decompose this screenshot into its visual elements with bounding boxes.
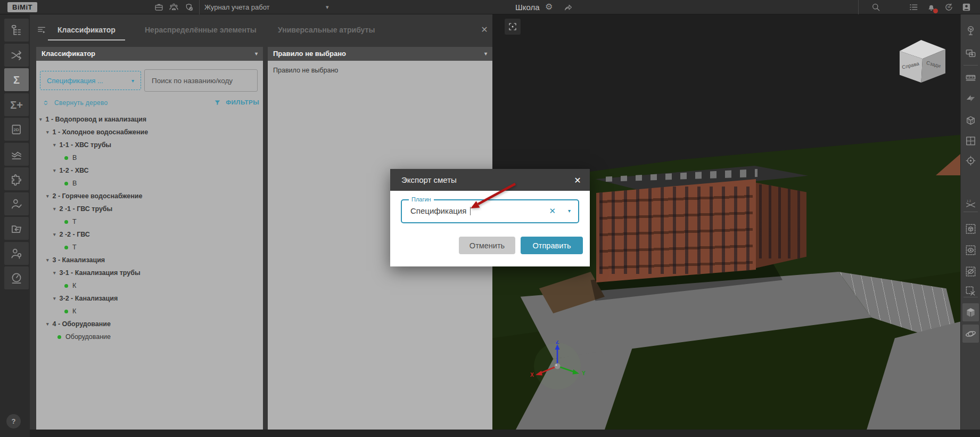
topbar-divider [199, 0, 200, 14]
tree-item-label: К [72, 282, 76, 289]
tree-item-label: 3-1 - Канализация трубы [60, 269, 141, 277]
tree-item[interactable]: ▾3-1 - Канализация трубы [36, 266, 263, 279]
tree-expand-caret-icon[interactable]: ▾ [53, 232, 56, 237]
leaf-dot-icon [64, 310, 68, 313]
search-icon[interactable] [871, 2, 881, 12]
collapse-tree-icon[interactable] [42, 99, 50, 107]
tree-expand-caret-icon[interactable]: ▾ [46, 130, 49, 135]
import-model-button[interactable] [4, 217, 29, 240]
shield-history-icon[interactable] [184, 2, 194, 12]
project-name: Школа [515, 0, 540, 14]
link-elements-button[interactable] [4, 44, 29, 67]
tree-item[interactable]: ▾2 -2 - ГВС [36, 228, 263, 241]
show-element-button[interactable] [962, 241, 979, 259]
tree-expand-caret-icon[interactable]: ▾ [53, 142, 56, 148]
focus-model-button[interactable] [505, 19, 521, 35]
bimit-logo[interactable]: BiMiT [7, 2, 37, 12]
site-structure-button[interactable] [962, 21, 979, 39]
model-structure-button[interactable] [4, 19, 29, 42]
view-2d-button[interactable]: 2D [4, 118, 29, 141]
axis-gizmo: Z X Y [525, 341, 589, 391]
tree-item[interactable]: ▾1-1 - ХВС трубы [36, 139, 263, 151]
collapse-tree-link[interactable]: Свернуть дерево [54, 99, 108, 107]
tree-item[interactable]: ▾4 - Оборудование [36, 318, 263, 330]
hide-element-button[interactable] [962, 262, 979, 280]
tree-item[interactable]: ▾3 - Канализация [36, 254, 263, 266]
tree-item[interactable]: ▾2 -1 - ГВС трубы [36, 203, 263, 215]
locate-button[interactable] [962, 151, 979, 169]
navigation-cube[interactable]: Справа Сзади [900, 40, 945, 83]
estimates-button[interactable]: Σ [4, 68, 29, 91]
tree-item-label: К [72, 307, 76, 315]
bottom-strip [30, 430, 980, 437]
tree-panel-caret-icon[interactable] [255, 47, 258, 61]
user-location-button[interactable] [4, 242, 29, 265]
tree-item[interactable]: Оборудование [36, 330, 263, 343]
tab-1[interactable]: Классификатор [57, 14, 116, 45]
dialog-title: Экспорт сметы [401, 175, 457, 184]
rule-panel-caret-icon[interactable] [484, 47, 487, 61]
briefcase-icon[interactable] [154, 2, 164, 12]
responsible-check-button[interactable] [4, 192, 29, 215]
isolate-element-button[interactable] [962, 220, 979, 238]
panel-toggle-icon[interactable] [36, 25, 47, 35]
tree-item[interactable]: В [36, 177, 263, 190]
floor-plan-button[interactable] [962, 132, 979, 150]
notifications-bell-icon[interactable] [926, 2, 936, 12]
section-flip-button[interactable] [962, 89, 979, 107]
tab-2[interactable]: Нераспределённые элементы [145, 14, 257, 45]
tree-expand-caret-icon[interactable]: ▾ [53, 270, 56, 276]
history-sync-icon[interactable]: 10 [944, 2, 954, 12]
tree-expand-caret-icon[interactable]: ▾ [46, 321, 49, 327]
journal-dropdown[interactable]: Журнал учета работ [204, 0, 270, 14]
tree-item[interactable]: ▾1 - Холодное водоснабжение [36, 126, 263, 139]
settings-gear-icon[interactable]: ⚙ [545, 0, 553, 14]
tab-3[interactable]: Универсальные атрибуты [278, 14, 375, 45]
plugin-field[interactable]: Плагин Спецификация ✕ [401, 199, 579, 223]
team-icon[interactable] [169, 2, 179, 12]
plugin-filter-dropdown[interactable]: Спецификация ... [40, 71, 141, 90]
dashboard-button[interactable] [4, 266, 29, 289]
journal-caret-icon[interactable] [326, 0, 329, 14]
tree-item[interactable]: ▾2 - Горячее водоснабжение [36, 190, 263, 203]
shaded-view-button[interactable] [962, 303, 979, 321]
close-panel-button[interactable]: ✕ [479, 23, 490, 35]
viewpoints-button[interactable] [962, 44, 979, 62]
tree-expand-caret-icon[interactable]: ▾ [53, 206, 56, 212]
tree-item[interactable]: В [36, 151, 263, 164]
section-box-button[interactable] [962, 111, 979, 130]
tree-item[interactable]: К [36, 305, 263, 318]
tree-panel-header[interactable]: Классификатор [36, 47, 263, 61]
dialog-close-button[interactable]: ✕ [572, 175, 583, 185]
tree-expand-caret-icon[interactable]: ▾ [39, 117, 42, 122]
tree-expand-caret-icon[interactable]: ▾ [46, 257, 49, 263]
tree-item[interactable]: Т [36, 215, 263, 228]
plugin-filter-caret-icon [131, 78, 134, 84]
add-estimate-button[interactable]: Σ+ [4, 93, 29, 116]
filters-link[interactable]: ФИЛЬТРЫ [226, 99, 259, 106]
tree-expand-caret-icon[interactable]: ▾ [46, 193, 49, 199]
share-icon[interactable] [563, 2, 573, 12]
filter-funnel-icon[interactable] [213, 99, 221, 107]
plugin-field-caret-icon[interactable] [568, 208, 571, 214]
submit-button[interactable]: Отправить [521, 237, 583, 254]
tree-expand-caret-icon[interactable]: ▾ [53, 168, 56, 173]
tree-item[interactable]: К [36, 279, 263, 292]
tree-item[interactable]: ▾1 - Водопровод и канализация [36, 113, 263, 126]
measure-ruler-button[interactable] [962, 68, 979, 86]
search-input[interactable]: Поиск по названию/коду [144, 69, 258, 92]
help-button[interactable]: ? [6, 414, 21, 428]
tree-expand-caret-icon[interactable]: ▾ [53, 296, 56, 301]
tree-item[interactable]: Т [36, 241, 263, 254]
plugins-button[interactable] [4, 167, 29, 190]
orbit-mode-button[interactable] [962, 325, 979, 343]
charts-button[interactable] [4, 143, 29, 166]
tree-item[interactable]: ▾1-2 - ХВС [36, 164, 263, 177]
tasks-list-icon[interactable] [909, 2, 919, 12]
account-avatar[interactable] [961, 2, 971, 12]
axes-numbers-button[interactable]: 12 [962, 196, 979, 214]
cancel-button[interactable]: Отменить [459, 237, 515, 254]
rule-panel-header[interactable]: Правило не выбрано [268, 47, 492, 61]
clear-field-icon[interactable]: ✕ [549, 206, 556, 216]
tree-item[interactable]: ▾3-2 - Канализация [36, 292, 263, 305]
